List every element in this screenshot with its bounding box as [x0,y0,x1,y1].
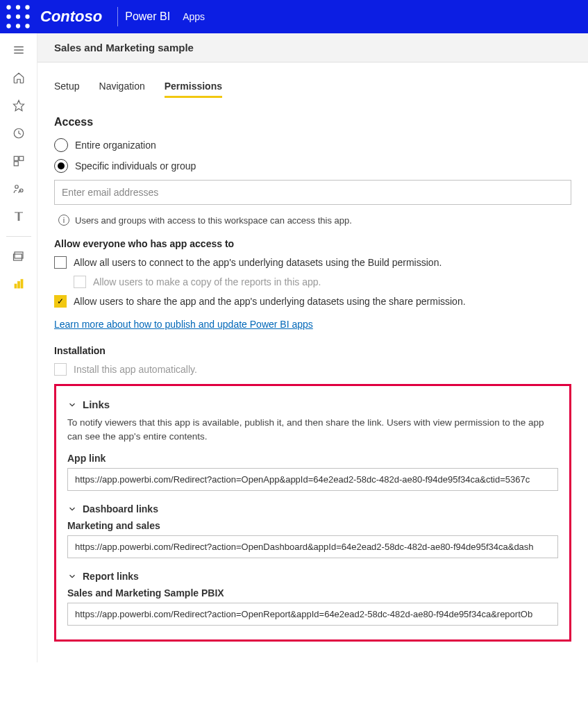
chevron-down-icon [67,400,77,410]
svg-point-8 [25,24,29,28]
checkbox-build-label: Allow all users to connect to the app's … [74,257,442,268]
dashboard-links-label: Dashboard links [83,503,158,515]
svg-point-7 [16,24,20,28]
svg-point-5 [25,15,29,19]
svg-point-3 [6,15,10,19]
access-info-text: Users and groups with access to this wor… [75,215,352,226]
svg-rect-22 [17,281,19,288]
svg-point-1 [16,5,20,9]
links-heading[interactable]: Links [67,399,558,410]
current-workspace-icon[interactable] [2,270,35,298]
svg-point-4 [16,15,20,19]
checkbox-copy-label: Allow users to make a copy of the report… [93,276,321,287]
dashboard-link-field[interactable]: https://app.powerbi.com/Redirect?action=… [67,535,558,558]
main-panel: Sales and Marketing sample Setup Navigat… [37,33,588,662]
report-link-field[interactable]: https://app.powerbi.com/Redirect?action=… [67,603,558,626]
divider [117,7,118,26]
radio-entire-org-label: Entire organization [75,140,156,151]
brand-logo: Contoso [40,8,102,26]
breadcrumb-apps[interactable]: Apps [183,11,205,22]
checkbox-share[interactable] [54,295,67,308]
global-header: Contoso Power BI Apps [0,0,588,33]
svg-point-0 [6,5,10,9]
info-icon: i [58,215,69,226]
page-subheader: Sales and Marketing sample [37,33,588,62]
page-title: Sales and Marketing sample [54,42,194,53]
app-link-label: App link [67,453,558,464]
rail-separator [6,236,31,237]
checkbox-auto-install [54,363,67,376]
shared-icon[interactable] [2,175,35,203]
svg-point-17 [15,185,18,189]
dashboard-item-label: Marketing and sales [67,520,558,531]
checkbox-share-label: Allow users to share the app and the app… [74,296,466,307]
home-icon[interactable] [2,64,35,92]
svg-rect-21 [15,284,17,288]
checkbox-build[interactable] [54,256,67,269]
recent-icon[interactable] [2,119,35,147]
apps-icon[interactable] [2,147,35,175]
svg-point-6 [6,24,10,28]
links-section-highlight: Links To notify viewers that this app is… [54,384,571,642]
installation-heading: Installation [54,345,571,356]
app-launcher-icon[interactable] [6,4,31,29]
allow-heading: Allow everyone who has app access to [54,238,571,249]
svg-point-2 [25,5,29,9]
access-heading: Access [54,116,571,128]
chevron-down-icon [67,571,77,581]
dashboard-links-heading[interactable]: Dashboard links [67,503,558,515]
radio-specific-label: Specific individuals or group [75,160,196,172]
email-input[interactable] [54,180,571,205]
tab-setup[interactable]: Setup [54,76,80,98]
hamburger-icon[interactable] [2,36,35,64]
links-heading-label: Links [83,399,110,410]
checkbox-copy [74,276,86,288]
tab-navigation[interactable]: Navigation [99,76,145,98]
nav-rail [0,33,37,662]
app-link-field[interactable]: https://app.powerbi.com/Redirect?action=… [67,468,558,491]
svg-rect-15 [19,156,23,160]
links-description: To notify viewers that this app is avail… [67,416,558,443]
tab-bar: Setup Navigation Permissions [54,76,571,98]
product-name: Power BI [125,10,170,23]
svg-rect-14 [14,156,18,160]
checkbox-auto-install-label: Install this app automatically. [74,364,197,375]
report-links-heading[interactable]: Report links [67,571,558,582]
radio-specific[interactable] [54,159,68,173]
learn-icon[interactable] [2,203,35,231]
learn-more-link[interactable]: Learn more about how to publish and upda… [54,319,313,330]
tab-permissions[interactable]: Permissions [165,76,222,98]
radio-entire-org[interactable] [54,138,68,152]
workspaces-icon[interactable] [2,242,35,270]
svg-marker-12 [13,101,24,111]
favorites-icon[interactable] [2,92,35,119]
svg-rect-23 [21,279,23,288]
svg-rect-16 [14,162,18,166]
chevron-down-icon [67,504,77,514]
report-item-label: Sales and Marketing Sample PBIX [67,587,558,599]
report-links-label: Report links [83,571,139,582]
